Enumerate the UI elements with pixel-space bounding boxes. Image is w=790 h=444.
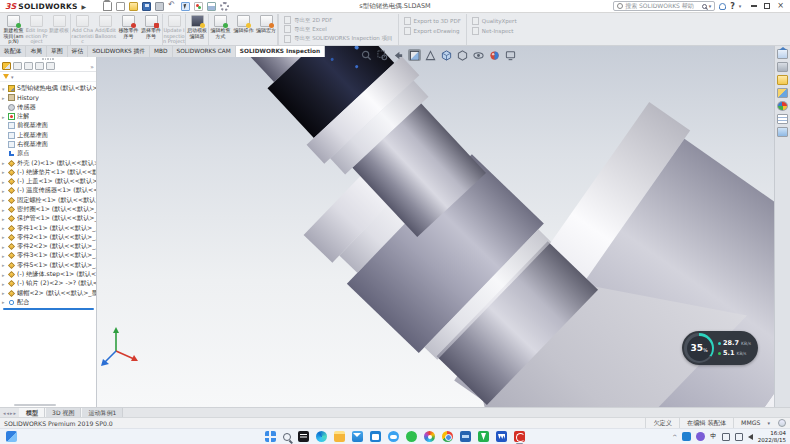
onedrive-icon[interactable] [682,432,691,441]
export-menu-item[interactable]: 导出至 2D PDF [284,16,393,24]
taskbar-app-icon[interactable] [388,431,399,442]
tree-row[interactable]: ▸ 密封圈<1> (默认<<默认>_显示状 [1,205,96,214]
ribbon-button[interactable]: Add Characteristic [71,14,94,45]
ribbon-button[interactable]: 移除零件序号 [117,14,140,45]
expand-arrow-icon[interactable]: ▸ [2,169,6,175]
task-pane-tab[interactable] [777,114,788,124]
taskbar-app-icon[interactable] [406,431,417,442]
property-manager-tab[interactable] [13,62,22,70]
search-icon[interactable] [702,4,707,9]
tree-row[interactable]: ▸ 配合 [1,298,96,307]
expand-arrow-icon[interactable]: ▸ [2,197,6,203]
service-menu-item[interactable]: QualityXpert [472,16,517,25]
expand-arrow-icon[interactable]: ▸ [2,253,6,259]
taskbar-app-icon[interactable] [283,433,291,441]
expand-arrow-icon[interactable]: ▸ [2,216,6,222]
tray-app-icon[interactable] [696,432,705,441]
taskbar-app-icon[interactable] [424,431,435,442]
ribbon-tab[interactable]: SOLIDWORKS Inspection [236,46,325,57]
configuration-manager-tab[interactable] [24,62,33,70]
taskbar-app-icon[interactable] [352,431,363,442]
ribbon-button[interactable]: Add/Edit Balloons [94,14,117,45]
taskbar-app-icon[interactable] [442,431,453,442]
export-menu-item[interactable]: Export eDrawing [404,26,461,35]
tree-row[interactable]: 传感器 [1,103,96,112]
ribbon-button[interactable]: Update Inspection Project [163,14,186,45]
tree-row[interactable]: ▸ (-) 温度传感器<1> (默认<<默认>_ [1,186,96,195]
export-menu-item[interactable]: 导出至 Excel [284,25,393,33]
filter-icon[interactable] [3,74,9,79]
view-tool-button[interactable] [472,49,485,61]
ribbon-tab[interactable]: 草图 [47,46,68,57]
expand-arrow-icon[interactable]: ▸ [2,272,6,278]
taskbar-app-icon[interactable] [298,431,309,442]
view-tool-button[interactable] [424,49,437,61]
tree-row[interactable]: ▸ 固定螺栓<1> (默认<<默认>_显示 [1,196,96,205]
expand-arrow-icon[interactable]: ▾ [2,86,6,92]
document-tab[interactable]: 运动算例1 [81,408,123,417]
tree-row[interactable]: 前视基准面 [1,121,96,130]
tree-row[interactable]: ▸ 外壳 (2)<1> (默认<<默认>_显示状 [1,158,96,167]
tray-grid-icon[interactable] [722,433,730,441]
expand-arrow-icon[interactable]: ▸ [2,262,6,268]
view-tool-button[interactable] [456,49,469,61]
expand-arrow-icon[interactable]: ▸ [2,281,6,287]
view-tool-button[interactable] [392,49,405,61]
taskbar-app-icon[interactable] [316,431,327,442]
ribbon-button[interactable]: 选择零件序号 [140,14,163,45]
expand-arrow-icon[interactable]: ▸ [2,299,6,305]
ribbon-button[interactable]: 编辑宏方 [255,14,278,45]
ime-indicator[interactable]: 中 [710,432,717,441]
taskbar-clock[interactable]: 16:04 2022/8/15 [758,430,786,444]
document-tab[interactable]: 模型 [19,408,45,417]
tray-expand-icon[interactable]: ^ [672,433,677,440]
taskbar-app-icon[interactable] [460,431,471,442]
expand-arrow-icon[interactable]: ▸ [2,290,6,296]
expand-arrow-icon[interactable]: ▸ [2,225,6,231]
ribbon-button[interactable]: Edit Inspection Project [25,14,48,45]
task-pane-tab[interactable] [777,127,788,137]
task-pane-tab[interactable] [777,88,788,98]
expand-arrow-icon[interactable]: ▸ [2,234,6,240]
ribbon-button[interactable]: 新建检查项目(amp;N) [2,14,25,45]
service-menu-item[interactable]: Net-Inspect [472,26,517,35]
tree-row[interactable]: ▸ 零件5<1> (默认<<默认>_显示状态 [1,261,96,270]
expand-arrow-icon[interactable]: ▸ [2,95,6,101]
tree-root-row[interactable]: ▾ S型铂铑热电偶 (默认<默认>_显示状态-1 [1,84,96,93]
view-tool-button[interactable] [376,49,389,61]
expand-arrow-icon[interactable]: ▸ [2,114,6,120]
tray-monitor-icon[interactable] [735,433,743,441]
minimize-button[interactable] [751,5,757,7]
ribbon-tab[interactable]: 评估 [68,46,89,57]
panel-tab-overflow-icon[interactable]: » [90,63,94,70]
tree-row[interactable]: ▸ (-) 绝缘垫片<1> (默认<<默认>_显 [1,168,96,177]
ribbon-tab[interactable]: SOLIDWORKS 插件 [88,46,150,57]
dimxpert-tab[interactable] [35,62,44,70]
task-pane-tab[interactable] [777,62,788,72]
tree-row[interactable]: 原点 [1,149,96,158]
tree-row[interactable]: ▸ (-) 绝缘体.step<1> (默认<<默认> [1,270,96,279]
close-button[interactable]: × [777,3,784,9]
status-item[interactable]: MMGS [733,418,767,428]
tree-row[interactable]: ▸ (-) 铂片 (2)<2> ->? (默认<<默认> [1,279,96,288]
tree-row[interactable]: 右视基准面 [1,140,96,149]
expand-arrow-icon[interactable]: ▸ [2,179,6,185]
filter-caret-icon[interactable]: ▾ [11,74,14,80]
feature-tree-tab[interactable] [2,62,11,70]
ribbon-button[interactable]: 启动模板编辑器 [186,14,209,45]
tree-row[interactable]: ▸ 保护管<1> (默认<<默认>_显示状 [1,214,96,223]
expand-arrow-icon[interactable]: ▸ [2,188,6,194]
taskbar-app-icon[interactable] [514,431,525,442]
tree-row[interactable]: ▸ 零件2<1> (默认<<默认>_显示状态 [1,233,96,242]
login-icon[interactable] [719,3,726,10]
units-caret-icon[interactable]: ▾ [767,420,770,426]
taskbar-app-icon[interactable] [265,431,276,442]
expand-arrow-icon[interactable]: ▸ [2,207,6,213]
ribbon-button[interactable]: 编辑操作 [232,14,255,45]
export-menu-item[interactable]: Export to 3D PDF [404,16,461,25]
menu-expand-arrow[interactable]: ▶ [82,3,87,10]
3d-viewport[interactable]: 35 % 28.7 KB/s 5.1 KB/s [97,46,790,407]
document-tab[interactable]: 3D 视图 [45,408,81,417]
tree-row[interactable]: 上视基准面 [1,130,96,139]
help-caret-icon[interactable]: ▾ [739,3,742,9]
